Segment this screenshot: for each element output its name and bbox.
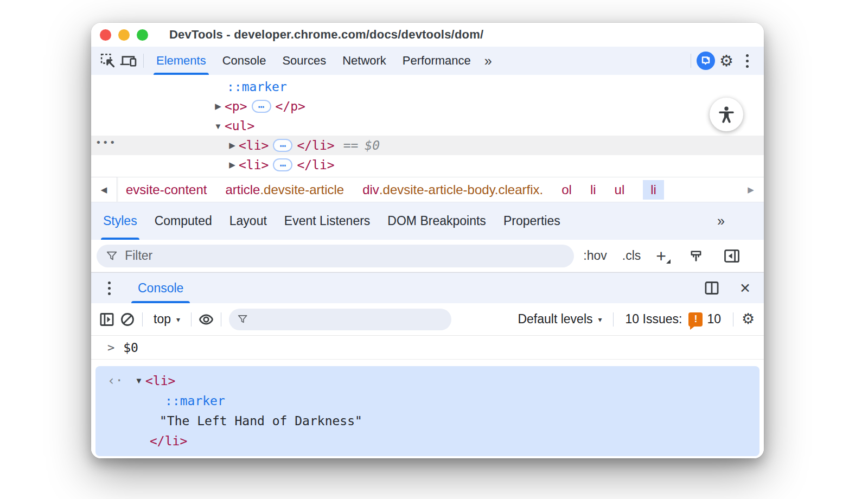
tree-row-p[interactable]: ▶<p>⋯</p> <box>91 97 764 116</box>
issues-badge-icon: ! <box>688 312 703 327</box>
console-command-row: > $0 <box>91 336 764 360</box>
rendering-emulation-brush-icon[interactable] <box>686 246 706 266</box>
collapse-arrow-icon[interactable]: ▼ <box>132 376 145 385</box>
split-panel-icon[interactable] <box>701 278 722 298</box>
toggle-sidebar-panel-icon[interactable] <box>722 246 742 266</box>
console-filter-field[interactable] <box>229 309 451 330</box>
filter-funnel-icon <box>238 314 247 324</box>
drawer-tab-console[interactable]: Console <box>133 273 188 303</box>
close-window-button[interactable] <box>100 29 111 41</box>
result-line-li-open: ‹· ▼ <li> <box>95 370 760 391</box>
toolbar-divider <box>733 312 733 327</box>
panel-tabs: Elements Console Sources Network Perform… <box>148 47 479 75</box>
tree-row-ul[interactable]: ▼<ul> <box>91 116 764 136</box>
tab-console[interactable]: Console <box>214 47 275 75</box>
console-settings-gear-icon[interactable]: ⚙ <box>738 309 758 330</box>
issues-count: 10 <box>707 312 721 327</box>
toolbar-divider <box>691 54 691 68</box>
tab-properties[interactable]: Properties <box>495 202 569 240</box>
issues-counter[interactable]: 10 Issues: ! 10 <box>618 312 729 327</box>
expand-arrow-icon[interactable]: ▶ <box>226 160 239 170</box>
toggle-class-button[interactable]: .cls <box>622 248 641 263</box>
tree-row-li-clipped[interactable]: ▶<li> <box>91 175 764 177</box>
styles-filter-bar: :hov .cls + <box>91 240 764 272</box>
result-line-li-close: </li> <box>95 431 760 451</box>
tab-sources[interactable]: Sources <box>274 47 334 75</box>
styles-filter-field[interactable] <box>97 245 574 267</box>
close-drawer-icon[interactable]: ✕ <box>739 280 751 296</box>
ai-assistance-icon[interactable] <box>695 50 716 71</box>
stored-reference: $0 <box>365 138 380 152</box>
tab-styles[interactable]: Styles <box>94 202 146 240</box>
breadcrumb-item-article[interactable]: article.devsite-article <box>225 180 344 200</box>
tab-dom-breakpoints[interactable]: DOM Breakpoints <box>379 202 495 240</box>
collapsed-content-pill[interactable]: ⋯ <box>273 158 292 171</box>
console-toolbar-right: Default levels ▾ 10 Issues: ! 10 ⚙ <box>511 309 758 330</box>
expand-arrow-icon[interactable]: ▶ <box>212 101 225 111</box>
console-result-block: ‹· ▼ <li> ::marker "The Left Hand of Dar… <box>95 366 760 456</box>
breadcrumb-item-ul[interactable]: ul <box>615 180 625 200</box>
settings-gear-icon[interactable]: ⚙ <box>716 50 737 71</box>
sidebar-tabs: Styles Computed Layout Event Listeners D… <box>91 202 764 240</box>
collapse-arrow-icon[interactable]: ▼ <box>212 121 225 131</box>
result-line-marker: ::marker <box>95 391 760 411</box>
returned-value-icon: ‹· <box>107 373 132 388</box>
toolbar-divider <box>613 312 614 327</box>
toggle-hover-state-button[interactable]: :hov <box>583 248 607 263</box>
drawer-kebab-menu-icon[interactable] <box>99 278 119 298</box>
collapsed-content-pill[interactable]: ⋯ <box>273 139 292 152</box>
zoom-window-button[interactable] <box>137 29 148 41</box>
chevron-down-icon: ▾ <box>176 315 180 324</box>
execution-context-dropdown[interactable]: top ▾ <box>147 312 187 327</box>
breadcrumb-item-li[interactable]: li <box>590 180 596 200</box>
row-gutter-dots: ••• <box>95 137 117 148</box>
log-levels-dropdown[interactable]: Default levels ▾ <box>511 312 608 327</box>
window-title: DevTools - developer.chrome.com/docs/dev… <box>169 28 483 42</box>
new-style-rule-icon[interactable]: + <box>656 247 671 265</box>
tab-event-listeners[interactable]: Event Listeners <box>276 202 379 240</box>
console-sidebar-icon[interactable] <box>97 309 117 330</box>
toolbar-divider <box>142 312 143 327</box>
expand-arrow-icon[interactable]: ▶ <box>226 140 239 150</box>
breadcrumb-item-li-selected[interactable]: li <box>643 180 664 200</box>
tree-row-marker[interactable]: ::marker <box>91 77 764 97</box>
equals-sign: == <box>343 138 359 152</box>
breadcrumb-item-div[interactable]: div.devsite-article-body.clearfix. <box>362 180 543 200</box>
tab-computed[interactable]: Computed <box>146 202 221 240</box>
console-body: > $0 ‹· ▼ <li> ::marker "The Left Hand o… <box>91 336 764 458</box>
console-toolbar: top ▾ Default levels ▾ 10 Issues: <box>91 303 764 336</box>
styles-filter-input[interactable] <box>125 248 564 263</box>
titlebar: DevTools - developer.chrome.com/docs/dev… <box>91 23 764 47</box>
breadcrumb: ◀ evsite-content article.devsite-article… <box>91 177 764 202</box>
console-prompt-icon: > <box>107 341 114 354</box>
inspect-element-icon[interactable] <box>98 50 118 71</box>
toolbar-right: ⚙ <box>686 50 757 71</box>
tab-layout[interactable]: Layout <box>221 202 276 240</box>
console-filter-input[interactable] <box>254 312 443 327</box>
collapsed-content-pill[interactable]: ⋯ <box>252 100 271 113</box>
toolbar-divider <box>191 312 192 327</box>
breadcrumb-item-ol[interactable]: ol <box>561 180 572 200</box>
tab-network[interactable]: Network <box>334 47 394 75</box>
result-line-text: "The Left Hand of Darkness" <box>95 411 760 431</box>
more-tabs-icon[interactable]: » <box>479 53 497 69</box>
breadcrumb-scroll-right-icon[interactable]: ▶ <box>738 177 764 202</box>
tab-elements[interactable]: Elements <box>148 47 214 75</box>
breadcrumb-items: evsite-content article.devsite-article d… <box>117 177 664 202</box>
tab-performance[interactable]: Performance <box>394 47 479 75</box>
accessibility-widget-button[interactable] <box>710 98 743 131</box>
elements-tree: ::marker ▶<p>⋯</p> ▼<ul> ••• ▶<li>⋯</li>… <box>91 75 764 177</box>
device-toolbar-icon[interactable] <box>118 50 139 71</box>
styles-filter-actions: :hov .cls + <box>583 246 742 266</box>
breadcrumb-scroll-left-icon[interactable]: ◀ <box>91 177 117 202</box>
clear-console-icon[interactable] <box>117 309 138 330</box>
marker-pseudo-element: ::marker <box>227 80 287 94</box>
minimize-window-button[interactable] <box>118 29 130 41</box>
tree-row-li[interactable]: ▶<li>⋯</li> <box>91 155 764 175</box>
breadcrumb-item-devsite-content[interactable]: evsite-content <box>126 180 207 200</box>
kebab-menu-icon[interactable] <box>737 50 757 71</box>
more-sidebar-tabs-icon[interactable]: » <box>712 213 730 229</box>
live-expression-eye-icon[interactable] <box>196 309 216 330</box>
toolbar-divider <box>221 312 221 327</box>
tree-row-li-selected[interactable]: ••• ▶<li>⋯</li>==$0 <box>91 136 764 155</box>
